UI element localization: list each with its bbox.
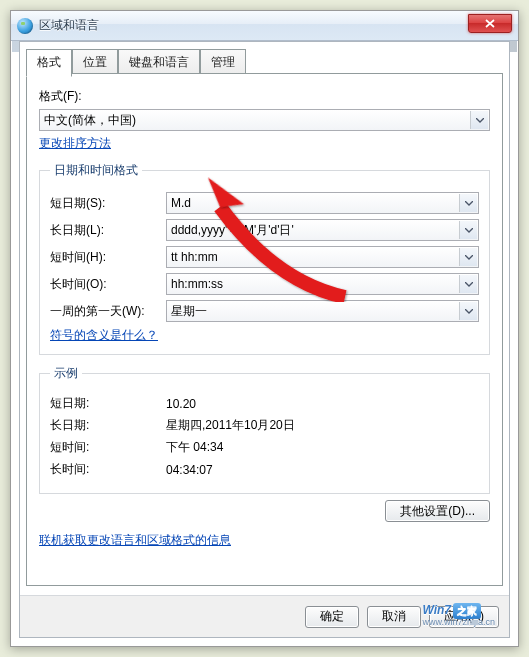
ex-short-date-label: 短日期: (50, 395, 166, 412)
short-date-label: 短日期(S): (50, 195, 166, 212)
short-date-combo[interactable]: M.d (166, 192, 479, 214)
online-info-link[interactable]: 联机获取更改语言和区域格式的信息 (39, 533, 231, 547)
chevron-down-icon (470, 111, 488, 129)
first-day-combo[interactable]: 星期一 (166, 300, 479, 322)
first-day-label: 一周的第一天(W): (50, 303, 166, 320)
datetime-format-group: 日期和时间格式 短日期(S): M.d 长日期(L): dddd,yyyy''年… (39, 162, 490, 355)
first-day-value: 星期一 (171, 303, 207, 320)
chevron-down-icon (459, 221, 477, 239)
example-legend: 示例 (50, 365, 82, 382)
close-icon (485, 19, 495, 28)
close-button[interactable] (468, 14, 512, 33)
globe-icon (17, 18, 33, 34)
chevron-down-icon (459, 194, 477, 212)
watermark-brand: Win7 (422, 603, 451, 617)
dialog-body: 格式位置键盘和语言管理 格式(F): 中文(简体，中国) 更改排序方法 日期和时… (19, 41, 510, 638)
watermark: Win7之家 www.win7zhijia.cn (422, 603, 495, 627)
cancel-button[interactable]: 取消 (367, 606, 421, 628)
ex-long-time-value: 04:34:07 (166, 463, 479, 477)
tab-format[interactable]: 格式 (26, 49, 72, 77)
long-time-combo[interactable]: hh:mm:ss (166, 273, 479, 295)
titlebar: 区域和语言 (11, 11, 518, 41)
long-date-value: dddd,yyyy''年'M'月'd'日' (171, 222, 294, 239)
short-time-label: 短时间(H): (50, 249, 166, 266)
tab-panel-format: 格式(F): 中文(简体，中国) 更改排序方法 日期和时间格式 短日期(S): … (26, 73, 503, 586)
format-combo[interactable]: 中文(简体，中国) (39, 109, 490, 131)
format-combo-value: 中文(简体，中国) (44, 112, 136, 129)
chevron-down-icon (459, 275, 477, 293)
tabstrip: 格式位置键盘和语言管理 (26, 48, 503, 73)
short-time-value: tt hh:mm (171, 250, 218, 264)
short-date-value: M.d (171, 196, 191, 210)
ok-button[interactable]: 确定 (305, 606, 359, 628)
chevron-down-icon (459, 302, 477, 320)
ex-long-time-label: 长时间: (50, 461, 166, 478)
ex-short-time-value: 下午 04:34 (166, 439, 479, 456)
example-group: 示例 短日期:10.20 长日期:星期四,2011年10月20日 短时间:下午 … (39, 365, 490, 494)
window-title: 区域和语言 (39, 17, 99, 34)
ex-short-date-value: 10.20 (166, 397, 479, 411)
watermark-url: www.win7zhijia.cn (422, 617, 495, 627)
datetime-format-legend: 日期和时间格式 (50, 162, 142, 179)
ex-long-date-value: 星期四,2011年10月20日 (166, 417, 479, 434)
ex-long-date-label: 长日期: (50, 417, 166, 434)
chevron-down-icon (459, 248, 477, 266)
long-date-combo[interactable]: dddd,yyyy''年'M'月'd'日' (166, 219, 479, 241)
symbol-meaning-link[interactable]: 符号的含义是什么？ (50, 328, 158, 342)
short-time-combo[interactable]: tt hh:mm (166, 246, 479, 268)
long-date-label: 长日期(L): (50, 222, 166, 239)
change-sort-link[interactable]: 更改排序方法 (39, 136, 111, 150)
ex-short-time-label: 短时间: (50, 439, 166, 456)
format-label: 格式(F): (39, 88, 490, 105)
dialog-window: 区域和语言 格式位置键盘和语言管理 格式(F): 中文(简体，中国) 更改排序方… (10, 10, 519, 647)
long-time-label: 长时间(O): (50, 276, 166, 293)
other-settings-button[interactable]: 其他设置(D)... (385, 500, 490, 522)
dialog-footer: 确定 取消 应用(A) Win7之家 www.win7zhijia.cn (20, 595, 509, 637)
long-time-value: hh:mm:ss (171, 277, 223, 291)
